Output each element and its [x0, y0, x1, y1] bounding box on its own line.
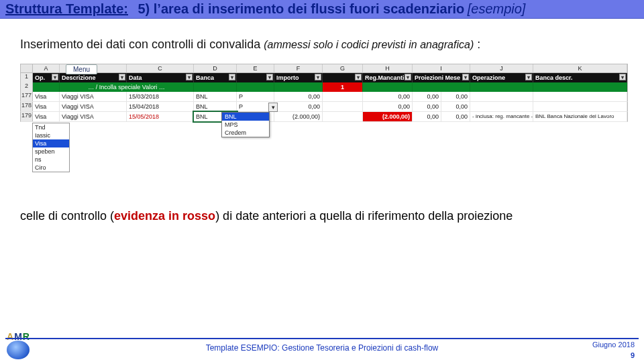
hdr-reg: Reg.Mancanti▾ — [363, 73, 413, 82]
table-row: 177 Visa Viaggi VISA 15/03/2018 BNL P 0,… — [20, 92, 628, 102]
row-num-1[interactable]: 1 — [21, 73, 33, 82]
dropdown-arrow-icon[interactable]: ▾ — [268, 103, 278, 112]
filter-icon[interactable]: ▾ — [405, 74, 411, 80]
dropdown-option[interactable]: ns — [33, 156, 69, 164]
hdr-importo: Importo▾ — [274, 73, 323, 82]
reg-missing-alert[interactable]: (2.000,00) — [363, 112, 413, 121]
paste-special-label: … / Incolla speciale Valori … — [60, 82, 194, 92]
col-H[interactable]: H — [363, 64, 413, 72]
filter-icon[interactable]: ▾ — [266, 74, 273, 80]
title-main: 5) l’area di inserimento dei flussi fuor… — [138, 1, 464, 16]
row-num[interactable]: 177 — [21, 92, 33, 101]
filter-icon[interactable]: ▾ — [119, 74, 125, 80]
slide-footer: AMR Template ESEMPIO: Gestione Tesoreria… — [0, 328, 644, 362]
title-bar: Struttura Template: 5) l’area di inserim… — [0, 0, 644, 19]
title-example: [esempio] — [468, 1, 526, 16]
filter-icon[interactable]: ▾ — [525, 74, 532, 80]
table-row: 178 Visa Viaggi VISA 15/04/2018 BNL P 0,… — [20, 102, 628, 112]
filter-icon[interactable]: ▾ — [52, 74, 58, 80]
dropdown-option[interactable]: MPS — [222, 121, 269, 129]
col-D[interactable]: D — [194, 64, 237, 72]
hdr-data: Data▾ — [127, 73, 194, 82]
col-E[interactable]: E — [237, 64, 274, 72]
column-letters-row: A B C D E F G H I J K — [20, 64, 628, 73]
page-number: 9 — [631, 351, 635, 359]
col-A[interactable]: A — [33, 64, 60, 72]
filter-icon[interactable]: ▾ — [229, 74, 235, 80]
hdr-gap: ▾ — [323, 73, 363, 82]
dropdown-option[interactable]: Tnd — [33, 123, 69, 131]
dropdown-option[interactable]: speben — [33, 147, 69, 156]
col-G[interactable]: G — [323, 64, 363, 72]
row-num-2[interactable]: 2 — [21, 82, 33, 92]
dropdown-option[interactable]: Credem — [222, 129, 269, 137]
col-K[interactable]: K — [533, 64, 627, 72]
hdr-oper: Operazione▾ — [470, 73, 533, 82]
filter-icon[interactable]: ▾ — [186, 74, 193, 80]
table-row: 179 Visa Viaggi VISA 15/05/2018 BNL P (2… — [20, 112, 628, 122]
row-num[interactable]: 178 — [21, 102, 33, 111]
row-num[interactable]: 179 — [21, 112, 33, 121]
footer-divider — [5, 338, 639, 339]
footer-date: Giugno 2018 — [592, 341, 635, 349]
excel-screenshot: A B C D E F G H I J K Menu 1 Op.▾ Descri… — [20, 64, 628, 122]
title-label: Struttura Template: — [5, 1, 128, 16]
dropdown-option[interactable]: Iassic — [33, 131, 69, 139]
filter-icon[interactable]: ▾ — [355, 74, 362, 80]
col-F[interactable]: F — [274, 64, 323, 72]
intro-italic: (ammessi solo i codici previsti in anagr… — [264, 39, 474, 50]
dropdown-option[interactable]: Visa — [33, 139, 69, 147]
red-flag-cell: 1 — [323, 82, 363, 92]
hdr-bdesc: Banca descr.▾ — [533, 73, 627, 82]
date-invalid[interactable]: 15/05/2018 — [127, 112, 194, 121]
evidenza-rosso: evidenza in rosso — [114, 209, 215, 223]
control-cells-note: celle di controllo (evidenza in rosso) d… — [20, 209, 628, 223]
dropdown-option[interactable]: Ciro — [33, 164, 69, 172]
filter-icon[interactable]: ▾ — [462, 74, 469, 80]
dropdown-option[interactable]: BNL — [222, 113, 269, 121]
hdr-banca: Banca▾ — [194, 73, 237, 82]
filter-icon[interactable]: ▾ — [619, 74, 626, 80]
paste-special-row: 2 … / Incolla speciale Valori … 1 — [20, 82, 628, 92]
footer-title: Template ESEMPIO: Gestione Tesoreria e P… — [0, 343, 644, 353]
col-C[interactable]: C — [127, 64, 194, 72]
hdr-desc: Descrizione▾ — [60, 73, 127, 82]
filter-icon[interactable]: ▾ — [315, 74, 321, 80]
op-dropdown-list[interactable]: Tnd Iassic Visa speben ns Ciro — [32, 123, 70, 172]
select-all-corner[interactable] — [21, 64, 33, 72]
hdr-blank: ▾ — [237, 73, 274, 82]
header-row: 1 Op.▾ Descrizione▾ Data▾ Banca▾ ▾ Impor… — [20, 73, 628, 82]
col-I[interactable]: I — [413, 64, 470, 72]
hdr-op: Op.▾ — [33, 73, 60, 82]
bank-dropdown-list[interactable]: BNL MPS Credem — [221, 112, 270, 137]
intro-text: Inserimento dei dati con controlli di co… — [20, 38, 628, 52]
col-J[interactable]: J — [470, 64, 533, 72]
intro-lead: Inserimento dei dati con controlli di co… — [20, 38, 260, 51]
hdr-proj: Proiezioni Mese▾ — [413, 73, 470, 82]
